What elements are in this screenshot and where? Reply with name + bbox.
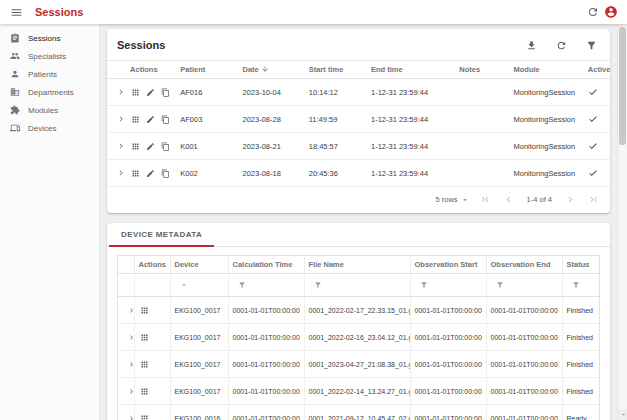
notes-cell — [454, 133, 508, 160]
active-cell — [583, 133, 610, 160]
grid-icon[interactable] — [130, 114, 140, 125]
column-header-active[interactable]: Active — [583, 61, 610, 79]
expand-row-icon[interactable] — [122, 301, 134, 319]
calculation-time-cell: 0001-01-01T00:00:00 — [228, 378, 304, 405]
next-page-button[interactable] — [564, 193, 577, 206]
session-row[interactable]: AF016 2023-10-04 10:14:12 1-12-31 23:59:… — [107, 79, 610, 106]
filter-cell-status — [562, 274, 599, 297]
grid-icon[interactable] — [139, 386, 150, 397]
last-page-button[interactable] — [587, 193, 600, 206]
device-filter-dropdown-icon[interactable] — [175, 276, 193, 294]
expand-row-icon[interactable] — [112, 110, 125, 128]
copy-icon[interactable] — [160, 168, 170, 179]
status-filter-icon[interactable] — [567, 276, 585, 294]
column-header-end-time[interactable]: End time — [366, 61, 454, 79]
sidebar-item-specialists[interactable]: Specialists — [0, 47, 99, 65]
column-header-date[interactable]: Date — [237, 61, 303, 79]
observation-start-filter-icon[interactable] — [415, 276, 433, 294]
copy-icon[interactable] — [160, 114, 170, 125]
grid-icon[interactable] — [139, 413, 150, 420]
copy-icon[interactable] — [160, 141, 170, 152]
sidebar-item-modules[interactable]: Modules — [0, 101, 99, 119]
copy-icon[interactable] — [160, 87, 170, 98]
grid-icon[interactable] — [139, 359, 150, 370]
observation-start-cell: 0001-01-01T00:00:00 — [410, 324, 486, 351]
menu-icon[interactable] — [7, 3, 25, 21]
scroll-down-arrow-icon[interactable] — [618, 409, 627, 420]
rows-per-page-value: 5 rows — [435, 195, 457, 204]
calculation-time-filter-icon[interactable] — [233, 276, 251, 294]
sessions-card-header: Sessions — [107, 29, 610, 61]
filter-icon[interactable] — [582, 36, 600, 54]
edit-icon[interactable] — [145, 141, 155, 152]
column-header-start-time[interactable]: Start time — [304, 61, 366, 79]
column-header-module[interactable]: Module — [509, 61, 583, 79]
edit-icon[interactable] — [145, 168, 155, 179]
first-page-button[interactable] — [479, 193, 492, 206]
column-header-status[interactable]: Status — [562, 256, 599, 274]
download-icon[interactable] — [522, 36, 540, 54]
column-header-patient[interactable]: Patient — [175, 61, 237, 79]
expand-cell — [118, 378, 134, 405]
refresh-icon[interactable] — [552, 36, 570, 54]
metadata-row[interactable]: EKG100_0017 0001-01-01T00:00:00 0001_202… — [118, 324, 599, 351]
device-metadata-card: DEVICE METADATA Actions Device Calculati… — [107, 223, 610, 420]
grid-icon[interactable] — [139, 305, 150, 316]
expand-row-icon[interactable] — [112, 83, 125, 101]
expand-row-icon[interactable] — [122, 382, 134, 400]
grid-icon[interactable] — [139, 332, 150, 343]
metadata-row[interactable]: EKG100_0017 0001-01-01T00:00:00 0001_202… — [118, 297, 599, 324]
edit-icon[interactable] — [145, 87, 155, 98]
expand-cell — [118, 405, 134, 420]
column-header-observation-start[interactable]: Observation Start — [410, 256, 486, 274]
column-header-file-name[interactable]: File Name — [304, 256, 410, 274]
metadata-row[interactable]: EKG100_0017 0001-01-01T00:00:00 0001_202… — [118, 378, 599, 405]
sidebar-item-devices[interactable]: Devices — [0, 119, 99, 137]
expand-row-icon[interactable] — [112, 137, 125, 155]
column-header-date-label: Date — [242, 65, 258, 74]
refresh-icon[interactable] — [584, 3, 602, 21]
date-cell: 2023-08-28 — [237, 106, 303, 133]
column-header-observation-end[interactable]: Observation End — [486, 256, 562, 274]
device-cell: EKG100_0016 — [170, 405, 228, 420]
rows-per-page-select[interactable]: 5 rows — [435, 195, 468, 204]
observation-end-cell: 0001-01-01T00:00:00 — [486, 324, 562, 351]
column-header-device[interactable]: Device — [170, 256, 228, 274]
metadata-header-row: Actions Device Calculation Time File Nam… — [118, 256, 599, 274]
observation-end-filter-icon[interactable] — [491, 276, 509, 294]
expand-cell — [118, 297, 134, 324]
expand-row-icon[interactable] — [122, 409, 134, 420]
sidebar-item-patients[interactable]: Patients — [0, 65, 99, 83]
actions-cell — [134, 351, 170, 378]
metadata-row[interactable]: EKG100_0016 0001-01-01T00:00:00 0001_202… — [118, 405, 599, 420]
status-cell: Finished — [562, 324, 599, 351]
status-cell: Finished — [562, 297, 599, 324]
metadata-row[interactable]: EKG100_0017 0001-01-01T00:00:00 0001_202… — [118, 351, 599, 378]
tab-device-metadata[interactable]: DEVICE METADATA — [109, 223, 214, 247]
tab-bar: DEVICE METADATA — [107, 223, 610, 247]
filter-cell-calculation-time — [228, 274, 304, 297]
column-header-notes[interactable]: Notes — [454, 61, 508, 79]
expand-row-icon[interactable] — [122, 328, 134, 346]
scrollbar-thumb[interactable] — [619, 27, 626, 145]
session-row[interactable]: K001 2023-08-21 18:45:57 1-12-31 23:59:4… — [107, 133, 610, 160]
edit-icon[interactable] — [145, 114, 155, 125]
sidebar-item-label: Sessions — [28, 34, 60, 43]
account-icon[interactable] — [602, 3, 620, 21]
devices-icon — [10, 123, 20, 133]
grid-icon[interactable] — [130, 87, 140, 98]
expand-row-icon[interactable] — [112, 164, 125, 182]
sidebar-item-departments[interactable]: Departments — [0, 83, 99, 101]
column-header-calculation-time[interactable]: Calculation Time — [228, 256, 304, 274]
sidebar-item-sessions[interactable]: Sessions — [0, 29, 99, 47]
file-name-filter-icon[interactable] — [309, 276, 327, 294]
file-name-cell: 0001_2022-02-16_23.04.12_01.gdf — [304, 324, 410, 351]
grid-icon[interactable] — [130, 141, 140, 152]
prev-page-button[interactable] — [502, 193, 515, 206]
session-row[interactable]: AF003 2023-08-28 11:49:59 1-12-31 23:59:… — [107, 106, 610, 133]
patient-cell: K001 — [175, 133, 237, 160]
sessions-card: Sessions — [107, 29, 610, 213]
grid-icon[interactable] — [130, 168, 140, 179]
expand-row-icon[interactable] — [122, 355, 134, 373]
session-row[interactable]: K002 2023-08-18 20:45:36 1-12-31 23:59:4… — [107, 160, 610, 187]
